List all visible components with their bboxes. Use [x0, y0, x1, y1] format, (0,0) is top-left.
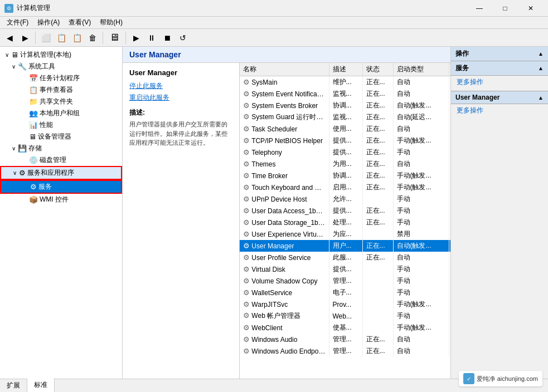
menu-view[interactable]: 查看(V)	[64, 17, 95, 28]
tree-performance[interactable]: 📊 性能	[0, 119, 122, 131]
service-starttype: 手动	[393, 193, 449, 205]
table-row[interactable]: ⚙ SysMain 维护... 正在... 自动 本	[240, 76, 450, 89]
close-button[interactable]: ✕	[518, 0, 544, 17]
service-desc: 用户...	[329, 240, 362, 252]
table-row[interactable]: ⚙ UPnP Device Host 允许... 手动 本	[240, 193, 450, 205]
table-row[interactable]: ⚙ TCP/IP NetBIOS Helper 提供... 正在... 手动(触…	[240, 135, 450, 146]
service-starttype: 手动	[393, 275, 449, 287]
service-desc: 提供...	[329, 146, 362, 158]
tree-local-users[interactable]: 👥 本地用户和组	[0, 107, 122, 119]
table-row[interactable]: ⚙ Volume Shadow Copy 管理... 手动 本	[240, 275, 450, 287]
service-desc: 电子...	[329, 287, 362, 298]
tree-services-apps[interactable]: ∨ ⚙ 服务和应用程序	[0, 166, 122, 180]
stop-service-link[interactable]: 停止此服务	[129, 81, 232, 91]
restart-button[interactable]: ↺	[176, 31, 190, 45]
service-starttype: 自动	[393, 88, 449, 100]
forward-button[interactable]: ▶	[18, 31, 32, 45]
service-gear-icon: ⚙	[243, 160, 250, 168]
table-row[interactable]: ⚙ User Data Access_1bc3cc 提供... 正在... 手动…	[240, 205, 450, 217]
export-button[interactable]: 🗑	[85, 31, 100, 45]
expand-icon[interactable]: ∨	[9, 145, 18, 151]
table-row[interactable]: ⚙ WarpJITSvc Prov... 手动(触发... 本	[240, 298, 450, 310]
service-icon: ⚙	[30, 183, 37, 191]
tree-shared-folders[interactable]: 📁 共享文件夹	[0, 96, 122, 107]
table-row[interactable]: ⚙ Virtual Disk 提供... 手动 本	[240, 263, 450, 275]
col-extra[interactable]	[449, 63, 450, 76]
table-row[interactable]: ⚙ Touch Keyboard and Ha... 启用... 正在... 手…	[240, 182, 450, 193]
expand-icon[interactable]: ∨	[9, 63, 18, 70]
tree-label: 任务计划程序	[40, 74, 80, 83]
col-starttype[interactable]: 启动类型	[393, 63, 449, 76]
table-row[interactable]: ⚙ User Profile Service 此服... 正在... 自动 本	[240, 252, 450, 263]
table-row[interactable]: ⚙ System Event Notification... 监视... 正在.…	[240, 88, 450, 100]
table-row[interactable]: ⚙ Windows Audio 管理... 正在... 自动 本	[240, 334, 450, 345]
maximize-button[interactable]: □	[492, 0, 518, 17]
more-actions-1[interactable]: 更多操作	[451, 76, 548, 89]
service-desc: 使用...	[329, 123, 362, 135]
stop-button[interactable]: ⏹	[160, 31, 174, 45]
tree-storage[interactable]: ∨ 💾 存储	[0, 143, 122, 154]
tree-label: 服务	[38, 182, 52, 192]
expand-icon[interactable]: ∨	[10, 170, 19, 176]
table-row[interactable]: ⚙ Time Broker 协调... 正在... 手动(触发... 本	[240, 170, 450, 182]
pause-button[interactable]: ⏸	[144, 31, 159, 45]
minimize-button[interactable]: —	[467, 0, 492, 17]
service-name-cell: ⚙ Volume Shadow Copy	[240, 275, 329, 287]
table-row[interactable]: ⚙ System Guard 运行时监视... 监视... 正在... 自动(延…	[240, 111, 450, 123]
show-hide-button[interactable]: ⬜	[38, 31, 53, 45]
tree-wmi-control[interactable]: 📦 WMI 控件	[0, 194, 122, 205]
disk-icon: 💿	[29, 156, 38, 164]
service-status	[362, 287, 393, 298]
tree-event-viewer[interactable]: 📋 事件查看器	[0, 84, 122, 96]
col-status[interactable]: 状态	[362, 63, 393, 76]
tree-label: WMI 控件	[40, 195, 69, 204]
table-row[interactable]: ⚙ System Events Broker 协调... 正在... 自动(触发…	[240, 100, 450, 111]
restart-service-link[interactable]: 重启动此服务	[129, 93, 232, 102]
table-row[interactable]: ⚙ User Manager 用户... 正在... 自动(触发... 本	[240, 240, 450, 252]
table-row[interactable]: ⚙ Web 帐户管理器 Web... 手动 本	[240, 310, 450, 322]
service-gear-icon: ⚙	[243, 324, 250, 332]
col-name[interactable]: 名称	[240, 63, 329, 76]
tree-disk-management[interactable]: 💿 磁盘管理	[0, 154, 122, 166]
help-button[interactable]: 📋	[70, 31, 84, 45]
tab-standard[interactable]: 标准	[27, 378, 55, 392]
table-row[interactable]: ⚙ User Experience Virtualiz... 为应... 禁用 …	[240, 228, 450, 240]
services-table-panel[interactable]: 名称 描述 状态 启动类型 ⚙ SysMain 维护... 正在... 自动 本	[240, 63, 450, 379]
table-row[interactable]: ⚙ Telephony 提供... 正在... 手动 网	[240, 146, 450, 158]
more-actions-2[interactable]: 更多操作	[451, 104, 548, 117]
tree-system-tools[interactable]: ∨ 🔧 系统工具	[0, 61, 122, 72]
col-desc[interactable]: 描述	[329, 63, 362, 76]
tree-services[interactable]: ⚙ 服务	[0, 180, 122, 194]
play-button[interactable]: ▶	[129, 31, 143, 45]
service-status	[362, 275, 393, 287]
tree-computer-management[interactable]: ∨ 🖥 计算机管理(本地)	[0, 49, 122, 61]
service-starttype: 手动	[393, 310, 449, 322]
service-gear-icon: ⚙	[243, 101, 250, 110]
service-desc: 监视...	[329, 88, 362, 100]
service-name-cell: ⚙ User Data Access_1bc3cc	[240, 205, 329, 217]
back-button[interactable]: ◀	[2, 31, 17, 45]
table-row[interactable]: ⚙ Windows Audio Endpoint... 管理... 正在... …	[240, 345, 450, 357]
tree-device-manager[interactable]: 🖥 设备管理器	[0, 131, 122, 143]
menu-action[interactable]: 操作(A)	[33, 17, 64, 28]
tree-task-scheduler[interactable]: 📅 任务计划程序	[0, 72, 122, 84]
service-gear-icon: ⚙	[243, 277, 250, 285]
service-desc: 管理...	[329, 334, 362, 345]
description-section: 描述: 用户管理器提供多用户交互所需要的运行时组件。如果停止此服务，某些应用程序…	[129, 108, 232, 148]
tree-label: 存储	[28, 144, 42, 153]
menu-file[interactable]: 文件(F)	[2, 17, 33, 28]
table-row[interactable]: ⚙ User Data Storage_1bc3cc 处理... 正在... 手…	[240, 217, 450, 228]
table-row[interactable]: ⚙ Task Scheduler 使用... 正在... 自动 本	[240, 123, 450, 135]
menu-help[interactable]: 帮助(H)	[95, 17, 127, 28]
tab-extended[interactable]: 扩展	[0, 379, 27, 392]
computer-icon[interactable]: 🖥	[106, 31, 123, 45]
table-row[interactable]: ⚙ WalletService 电子... 手动 本	[240, 287, 450, 298]
table-row[interactable]: ⚙ Themes 为用... 正在... 自动 本	[240, 158, 450, 170]
service-gear-icon: ⚙	[243, 171, 250, 180]
expand-icon[interactable]: ∨	[2, 52, 11, 58]
table-row[interactable]: ⚙ WebClient 使基... 手动(触发... 本	[240, 322, 450, 334]
service-starttype: 手动(触发...	[393, 135, 449, 146]
service-gear-icon: ⚙	[243, 207, 250, 215]
performance-icon: 📊	[29, 121, 38, 129]
properties-button[interactable]: 📋	[54, 31, 69, 45]
